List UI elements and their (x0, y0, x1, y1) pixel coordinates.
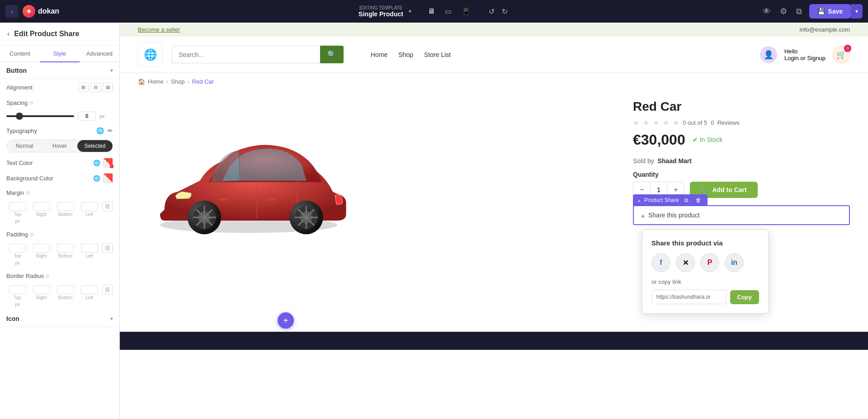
margin-left-input[interactable] (81, 202, 98, 211)
state-hover-btn[interactable]: Hover (42, 140, 77, 152)
breadcrumb-current: Red Car (192, 78, 214, 85)
facebook-share-btn[interactable]: f (651, 253, 670, 272)
become-seller-link[interactable]: Become a seller (138, 26, 180, 33)
padding-link-btn[interactable]: ⛓ (102, 243, 113, 253)
seller-name: Shaad Mart (657, 157, 691, 165)
state-normal-btn[interactable]: Normal (7, 140, 42, 152)
search-button[interactable]: 🔍 (320, 46, 344, 63)
button-section-header[interactable]: Button ▾ (0, 62, 119, 79)
margin-bottom-input[interactable] (57, 202, 74, 211)
copy-btn[interactable]: Copy (730, 290, 760, 304)
tab-advanced[interactable]: Advanced (80, 46, 119, 61)
login-signup-link[interactable]: Login or Signup (784, 55, 826, 61)
cart-btn-icon: 🛒 (701, 186, 708, 193)
spacing-value-input[interactable] (78, 112, 96, 121)
spacing-info-icon: ⊙ (29, 100, 33, 105)
copy-row: https://bashundhara.or Copy (651, 290, 759, 304)
br-info-icon: ⊙ (46, 273, 49, 278)
topbar-back-button[interactable]: ‹ (5, 5, 18, 18)
save-btn[interactable]: 💾 Save (809, 4, 851, 19)
cart-icon[interactable]: 🛒 0 (833, 46, 850, 63)
desktop-device-btn[interactable]: 🖥 (424, 5, 439, 18)
nav-home[interactable]: Home (371, 51, 387, 58)
bg-color-swatch[interactable] (103, 173, 113, 183)
plus-icon: + (674, 186, 678, 193)
typography-row: Typography 🌐 ✏ (0, 124, 119, 137)
padding-info-icon: ⊙ (30, 232, 33, 237)
redo-btn[interactable]: ↻ (500, 5, 509, 18)
typography-globe-icon[interactable]: 🌐 (96, 127, 104, 134)
widget-delete-btn[interactable]: 🗑 (694, 196, 703, 204)
align-right-btn[interactable]: ⊠ (103, 83, 113, 92)
align-center-btn[interactable]: ⊟ (90, 83, 101, 92)
padding-top-input[interactable] (9, 244, 26, 253)
share-popup-title: Share this product via (651, 239, 759, 247)
dokan-logo-text: dokan (38, 7, 59, 15)
padding-bottom-input[interactable] (57, 244, 74, 253)
share-btn-label: Share this product (648, 212, 700, 219)
add-widget-btn[interactable]: + (278, 312, 294, 329)
margin-inputs: Top Right Bottom Left ⛓ px (0, 200, 119, 227)
tab-content[interactable]: Content (0, 46, 40, 61)
template-selector[interactable]: EDITING TEMPLATE Single Product (359, 5, 403, 18)
br-bottom-input[interactable] (57, 285, 74, 294)
product-image (138, 99, 359, 249)
br-link-btn[interactable]: ⛓ (102, 285, 113, 295)
margin-right-group: Right (30, 202, 52, 217)
padding-left-input[interactable] (81, 244, 98, 253)
pinterest-share-btn[interactable]: P (700, 253, 719, 272)
user-greeting: Hello Login or Signup (784, 48, 826, 61)
nav-shop[interactable]: Shop (398, 51, 413, 58)
twitter-x-icon: ✕ (683, 259, 689, 267)
margin-top-input[interactable] (9, 202, 26, 211)
layers-btn[interactable]: ⧉ (794, 5, 804, 18)
share-widget-icon: ⟁ (637, 197, 641, 203)
share-this-product-btn[interactable]: ⟁ Share this product (634, 206, 849, 224)
user-profile-icon: 👤 (764, 50, 774, 60)
search-input[interactable] (172, 46, 320, 63)
tab-style[interactable]: Style (40, 46, 80, 62)
spacing-slider[interactable] (6, 115, 74, 117)
tablet-device-btn[interactable]: ▭ (441, 5, 455, 18)
widget-duplicate-btn[interactable]: ⧉ (683, 196, 690, 204)
text-color-swatch[interactable] (103, 158, 113, 168)
tablet-icon: ▭ (445, 8, 452, 15)
star-1: ★ (633, 118, 639, 127)
br-top-input[interactable] (9, 285, 26, 294)
svg-rect-20 (266, 198, 276, 201)
margin-label: Margin ⊙ (6, 189, 30, 196)
preview-btn[interactable]: 👁 (761, 5, 773, 18)
add-to-cart-label: Add to Cart (712, 186, 746, 193)
padding-right-input[interactable] (33, 244, 50, 253)
margin-link-btn[interactable]: ⛓ (102, 202, 113, 212)
nav-store-list[interactable]: Store List (424, 51, 451, 58)
twitter-share-btn[interactable]: ✕ (676, 253, 695, 272)
align-left-btn[interactable]: ⊞ (78, 83, 89, 92)
state-selected-btn[interactable]: Selected (77, 140, 113, 152)
typography-edit-icon[interactable]: ✏ (108, 127, 113, 134)
bg-color-globe-icon[interactable]: 🌐 (93, 175, 100, 182)
panel-back-button[interactable]: ‹ (7, 30, 9, 38)
br-left-input[interactable] (81, 285, 98, 294)
topbar: ‹ dokan EDITING TEMPLATE Single Product … (0, 0, 868, 23)
share-btn-icon: ⟁ (641, 212, 645, 219)
mobile-device-btn[interactable]: 📱 (458, 5, 474, 18)
icon-section-header[interactable]: Icon ▾ (0, 311, 119, 327)
breadcrumb-home[interactable]: Home (148, 78, 164, 85)
desktop-icon: 🖥 (428, 7, 435, 15)
user-avatar-icon: 👤 (760, 46, 777, 63)
widget-toolbar: ⟁ Product Share ⧉ 🗑 (633, 194, 708, 206)
br-left-label: Left (85, 295, 93, 300)
save-dropdown-btn[interactable]: ▾ (851, 4, 863, 19)
text-color-globe-icon[interactable]: 🌐 (93, 160, 100, 166)
settings-btn[interactable]: ⚙ (778, 5, 789, 18)
breadcrumb-shop[interactable]: Shop (171, 78, 184, 85)
padding-right-group: Right (30, 244, 52, 259)
undo-btn[interactable]: ↺ (487, 5, 496, 18)
br-bottom-label: Bottom (58, 295, 73, 300)
eye-icon: 👁 (763, 7, 771, 16)
br-right-input[interactable] (33, 285, 50, 294)
linkedin-share-btn[interactable]: in (725, 253, 744, 272)
margin-right-input[interactable] (33, 202, 50, 211)
promo-email: info@example.com (800, 26, 850, 33)
